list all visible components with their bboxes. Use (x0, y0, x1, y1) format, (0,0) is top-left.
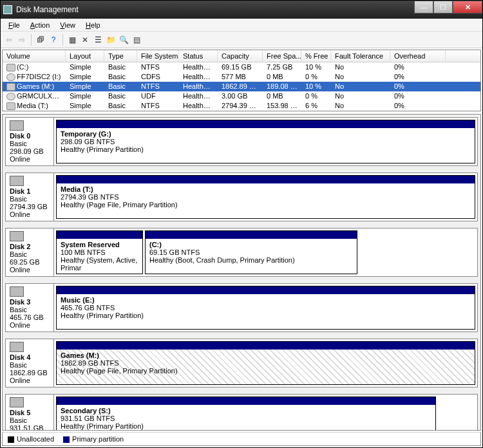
partition-bar (146, 231, 357, 239)
disk-info: Disk 0Basic298.09 GBOnline (6, 118, 54, 165)
disk-management-window: Disk Management File Action View Help ⇦ … (0, 0, 483, 448)
partition-bar (57, 286, 475, 294)
titlebar[interactable]: Disk Management (1, 1, 482, 19)
partition[interactable]: System Reserved100 MB NTFSHealthy (Syste… (56, 230, 143, 274)
col-volume[interactable]: Volume (3, 50, 66, 62)
help-button[interactable]: ? (48, 34, 59, 46)
disk-icon (10, 397, 24, 407)
partition[interactable]: Secondary (S:)931.51 GB NTFSHealthy (Pri… (56, 397, 436, 431)
back-button[interactable]: ⇦ (3, 34, 15, 46)
volume-row[interactable]: Games (M:)SimpleBasicNTFSHealthy (P...18… (3, 82, 480, 91)
volume-icon (6, 93, 15, 100)
refresh-button[interactable]: 🗊 (35, 34, 46, 46)
col-fault[interactable]: Fault Tolerance (331, 50, 390, 62)
content-area: Volume Layout Type File System Status Ca… (1, 48, 482, 447)
menu-help[interactable]: Help (82, 20, 104, 30)
close-button[interactable] (453, 1, 482, 14)
partition-bar (57, 397, 435, 405)
disk-icon (10, 120, 24, 131)
settings-button[interactable]: 🔍 (118, 34, 129, 46)
col-overhead[interactable]: Overhead (390, 50, 446, 62)
volume-icon (6, 102, 15, 110)
col-freespace[interactable]: Free Spa... (263, 50, 301, 62)
window-title: Disk Management (16, 5, 480, 14)
legend-primary: Primary partition (63, 435, 124, 443)
disk-row[interactable]: Disk 5Basic931.51 GBOnlineSecondary (S:)… (5, 394, 478, 431)
forward-button[interactable]: ⇨ (16, 34, 28, 46)
maximize-button[interactable] (433, 1, 453, 14)
disk-info: Disk 1Basic2794.39 GBOnline (6, 173, 54, 221)
list-button[interactable]: ▤ (131, 34, 142, 46)
col-type[interactable]: Type (104, 50, 137, 62)
partition[interactable]: Temporary (G:)298.09 GB NTFSHealthy (Pri… (56, 120, 475, 163)
legend-unallocated: Unallocated (8, 435, 54, 443)
disk-row[interactable]: Disk 4Basic1862.89 GBOnlineGames (M:)186… (5, 339, 478, 387)
partitions: Temporary (G:)298.09 GB NTFSHealthy (Pri… (54, 118, 477, 165)
volume-icon (6, 83, 15, 91)
col-pctfree[interactable]: % Free (301, 50, 331, 62)
col-capacity[interactable]: Capacity (218, 50, 263, 62)
disk-info: Disk 5Basic931.51 GBOnline (6, 395, 54, 431)
volume-row[interactable]: GRMCULXFRER_E...SimpleBasicUDFHealthy (P… (3, 91, 480, 101)
disk-info: Disk 3Basic465.76 GBOnline (6, 284, 54, 331)
partition[interactable]: Music (E:)465.76 GB NTFSHealthy (Primary… (56, 286, 475, 330)
volume-row[interactable]: FF7DISC2 (I:)SimpleBasicCDFSHealthy (P..… (3, 72, 480, 82)
partition-bar (57, 342, 475, 350)
partitions: Secondary (S:)931.51 GB NTFSHealthy (Pri… (54, 395, 477, 431)
disk-info: Disk 2Basic69.25 GBOnline (6, 229, 54, 276)
partitions: Media (T:)2794.39 GB NTFSHealthy (Page F… (54, 173, 477, 221)
app-icon (3, 5, 12, 14)
toolbar: ⇦ ⇨ 🗊 ? ▦ ✕ ☰ 📁 🔍 ▤ (1, 32, 482, 48)
graphical-view[interactable]: Disk 0Basic298.09 GBOnlineTemporary (G:)… (2, 114, 481, 431)
col-filesystem[interactable]: File System (137, 50, 179, 62)
partition-bar (57, 176, 475, 183)
partitions: Games (M:)1862.89 GB NTFSHealthy (Page F… (54, 339, 477, 387)
swatch-primary-icon (63, 436, 70, 443)
minimize-button[interactable] (414, 1, 433, 14)
col-status[interactable]: Status (179, 50, 218, 62)
volume-icon (6, 64, 15, 71)
volume-row[interactable]: (C:)SimpleBasicNTFSHealthy (B...69.15 GB… (3, 62, 480, 72)
disk-row[interactable]: Disk 0Basic298.09 GBOnlineTemporary (G:)… (5, 117, 478, 166)
partitions: Music (E:)465.76 GB NTFSHealthy (Primary… (54, 284, 477, 331)
legend: Unallocated Primary partition (2, 432, 481, 446)
volume-rows: (C:)SimpleBasicNTFSHealthy (B...69.15 GB… (3, 62, 480, 111)
disk-icon (10, 176, 24, 186)
disk-icon (10, 342, 24, 352)
disk-info: Disk 4Basic1862.89 GBOnline (6, 339, 54, 387)
menu-file[interactable]: File (5, 20, 24, 30)
volume-row[interactable]: Media (T:)SimpleBasicNTFSHealthy (P...27… (3, 101, 480, 111)
menubar: File Action View Help (1, 19, 482, 32)
properties-button[interactable]: ▦ (66, 34, 78, 46)
window-buttons (414, 1, 482, 14)
delete-button[interactable]: ✕ (79, 34, 91, 46)
volume-icon (6, 73, 15, 81)
menu-action[interactable]: Action (26, 20, 54, 30)
volume-list[interactable]: Volume Layout Type File System Status Ca… (2, 50, 481, 111)
partition[interactable]: (C:)69.15 GB NTFSHealthy (Boot, Crash Du… (145, 230, 357, 274)
disk-row[interactable]: Disk 2Basic69.25 GBOnlineSystem Reserved… (5, 228, 478, 277)
partition[interactable]: Media (T:)2794.39 GB NTFSHealthy (Page F… (56, 175, 475, 219)
explore-button[interactable]: 📁 (105, 34, 117, 46)
partition-bar (57, 231, 142, 239)
column-headers: Volume Layout Type File System Status Ca… (3, 50, 480, 62)
disk-row[interactable]: Disk 1Basic2794.39 GBOnlineMedia (T:)279… (5, 173, 478, 221)
partitions: System Reserved100 MB NTFSHealthy (Syste… (54, 229, 477, 276)
disk-icon (10, 286, 24, 297)
disk-row[interactable]: Disk 3Basic465.76 GBOnlineMusic (E:)465.… (5, 283, 478, 332)
wizard-button[interactable]: ☰ (92, 34, 104, 46)
disk-icon (10, 231, 24, 241)
menu-view[interactable]: View (56, 20, 79, 30)
partition-bar (57, 120, 475, 128)
partition[interactable]: Games (M:)1862.89 GB NTFSHealthy (Page F… (56, 341, 475, 385)
swatch-unallocated-icon (8, 436, 14, 443)
col-layout[interactable]: Layout (66, 50, 104, 62)
